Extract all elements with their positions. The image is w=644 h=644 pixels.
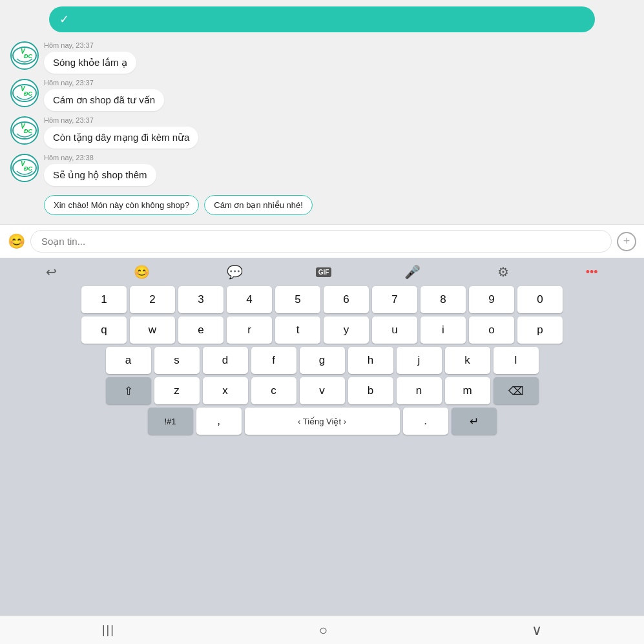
kb-mic-icon[interactable]: 🎤	[400, 263, 424, 281]
key-3[interactable]: 3	[178, 286, 223, 313]
avatar: V ĐC	[10, 79, 39, 107]
key-0[interactable]: 0	[517, 286, 563, 313]
key-7[interactable]: 7	[372, 286, 417, 313]
kb-gif-button[interactable]: GIF	[316, 267, 332, 277]
key-y[interactable]: y	[324, 317, 369, 344]
quick-reply-1[interactable]: Xin chào! Món này còn không shop?	[44, 195, 199, 215]
chat-area: ✓ V ĐC Hôm nay, 23:37 Sóng khỏe lắm ạ	[0, 0, 644, 224]
bubble-1: Sóng khỏe lắm ạ	[44, 52, 136, 74]
key-w[interactable]: w	[130, 317, 175, 344]
message-input[interactable]	[30, 230, 612, 253]
key-2[interactable]: 2	[130, 286, 175, 313]
key-p[interactable]: p	[517, 317, 563, 344]
key-i[interactable]: i	[421, 317, 466, 344]
svg-text:ĐC: ĐC	[24, 90, 32, 97]
svg-text:ĐC: ĐC	[24, 53, 32, 59]
key-f[interactable]: f	[251, 347, 296, 374]
message-time-3: Hôm nay, 23:37	[44, 116, 198, 124]
key-l[interactable]: l	[493, 347, 539, 374]
key-d[interactable]: d	[203, 347, 248, 374]
quick-reply-2[interactable]: Cám ơn bạn nhiều nhé!	[204, 195, 312, 215]
keyboard: ↩ 😊 💬 GIF 🎤 ⚙ ••• 1 2 3 4 5 6 7 8 9 0	[0, 258, 644, 616]
message-time-1: Hôm nay, 23:37	[44, 41, 136, 49]
key-symbols[interactable]: !#1	[148, 408, 193, 435]
key-8[interactable]: 8	[421, 286, 466, 313]
kb-settings-icon[interactable]: ⚙	[493, 263, 513, 281]
kb-row-qwerty: q w e r t y u i o p	[3, 317, 641, 344]
nav-home[interactable]: ○	[319, 622, 327, 639]
key-1[interactable]: 1	[81, 286, 127, 313]
kb-rows: 1 2 3 4 5 6 7 8 9 0 q w e r t y u i	[3, 286, 641, 435]
key-period[interactable]: .	[403, 408, 448, 435]
key-m[interactable]: m	[445, 377, 490, 404]
key-q[interactable]: q	[81, 317, 127, 344]
kb-sticker-icon[interactable]: 💬	[223, 263, 247, 281]
phone-screen: ✓ V ĐC Hôm nay, 23:37 Sóng khỏe lắm ạ	[0, 0, 644, 644]
kb-emoji-icon[interactable]: 😊	[130, 263, 154, 281]
key-h[interactable]: h	[348, 347, 393, 374]
message-row: V ĐC Hôm nay, 23:37 Sóng khỏe lắm ạ	[10, 41, 634, 74]
checkmark-icon: ✓	[59, 12, 69, 26]
avatar: V ĐC	[10, 154, 39, 182]
key-s[interactable]: s	[154, 347, 200, 374]
key-t[interactable]: t	[275, 317, 320, 344]
key-v[interactable]: v	[300, 377, 345, 404]
bubble-2: Cám ơn shop đã tư vấn	[44, 89, 164, 111]
message-row: V ĐC Hôm nay, 23:37 Còn tặng dây mạng đi…	[10, 116, 634, 149]
bottom-nav: ||| ○ ∨	[0, 616, 644, 644]
key-a[interactable]: a	[106, 347, 151, 374]
key-6[interactable]: 6	[324, 286, 369, 313]
bubble-3: Còn tặng dây mạng đi kèm nữa	[44, 127, 198, 149]
key-j[interactable]: j	[397, 347, 442, 374]
kb-row-numbers: 1 2 3 4 5 6 7 8 9 0	[3, 286, 641, 313]
shift-key[interactable]: ⇧	[106, 377, 151, 404]
top-bar: ✓	[49, 6, 595, 32]
kb-undo-icon[interactable]: ↩	[42, 263, 61, 281]
key-b[interactable]: b	[348, 377, 393, 404]
add-button[interactable]: +	[617, 232, 636, 251]
key-c[interactable]: c	[251, 377, 296, 404]
input-bar: 😊 +	[0, 224, 644, 258]
enter-key[interactable]: ↵	[452, 408, 497, 435]
message-time-4: Hôm nay, 23:38	[44, 154, 156, 161]
message-row: V ĐC Hôm nay, 23:37 Cám ơn shop đã tư vấ…	[10, 79, 634, 111]
key-x[interactable]: x	[203, 377, 248, 404]
key-n[interactable]: n	[397, 377, 442, 404]
key-z[interactable]: z	[154, 377, 200, 404]
quick-replies: Xin chào! Món này còn không shop? Cám ơn…	[44, 195, 634, 215]
bubble-4: Sẽ ủng hộ shop thêm	[44, 164, 156, 186]
message-row: V ĐC Hôm nay, 23:38 Sẽ ủng hộ shop thêm	[10, 154, 634, 186]
key-space[interactable]: ‹ Tiếng Việt ›	[245, 408, 400, 435]
key-5[interactable]: 5	[275, 286, 320, 313]
message-content-3: Hôm nay, 23:37 Còn tặng dây mạng đi kèm …	[44, 116, 198, 149]
backspace-key[interactable]: ⌫	[493, 377, 539, 404]
kb-row-asdf: a s d f g h j k l	[3, 347, 641, 374]
nav-back[interactable]: |||	[102, 623, 115, 637]
kb-more-icon[interactable]: •••	[582, 264, 602, 280]
key-u[interactable]: u	[372, 317, 417, 344]
nav-recent[interactable]: ∨	[532, 622, 542, 639]
key-comma[interactable]: ,	[196, 408, 242, 435]
kb-row-special: !#1 , ‹ Tiếng Việt › . ↵	[3, 408, 641, 435]
kb-row-zxcv: ⇧ z x c v b n m ⌫	[3, 377, 641, 404]
avatar: V ĐC	[10, 116, 39, 145]
key-k[interactable]: k	[445, 347, 490, 374]
message-content-1: Hôm nay, 23:37 Sóng khỏe lắm ạ	[44, 41, 136, 74]
message-content-4: Hôm nay, 23:38 Sẽ ủng hộ shop thêm	[44, 154, 156, 186]
svg-text:ĐC: ĐC	[24, 128, 32, 134]
svg-text:ĐC: ĐC	[24, 165, 32, 172]
message-time-2: Hôm nay, 23:37	[44, 79, 164, 87]
key-g[interactable]: g	[300, 347, 345, 374]
key-4[interactable]: 4	[227, 286, 272, 313]
avatar: V ĐC	[10, 41, 39, 70]
emoji-icon[interactable]: 😊	[8, 233, 25, 250]
message-content-2: Hôm nay, 23:37 Cám ơn shop đã tư vấn	[44, 79, 164, 111]
key-9[interactable]: 9	[469, 286, 514, 313]
key-r[interactable]: r	[227, 317, 272, 344]
key-o[interactable]: o	[469, 317, 514, 344]
key-e[interactable]: e	[178, 317, 223, 344]
keyboard-toolbar: ↩ 😊 💬 GIF 🎤 ⚙ •••	[3, 263, 641, 281]
